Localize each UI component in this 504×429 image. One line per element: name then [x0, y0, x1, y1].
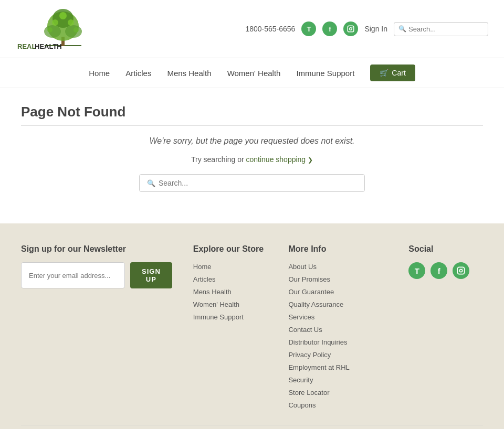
- header-search-box: 🔍: [394, 22, 488, 36]
- facebook-icon[interactable]: f: [322, 22, 337, 36]
- more-info-links: About Us Our Promises Our Guarantee Qual…: [288, 262, 387, 409]
- search-input[interactable]: [408, 25, 484, 33]
- footer-more-info-section: More Info About Us Our Promises Our Guar…: [288, 244, 387, 409]
- footer-instagram-icon[interactable]: [453, 262, 469, 279]
- footer-top: Sign up for our Newsletter SIGN UP Explo…: [21, 244, 483, 409]
- svg-rect-16: [458, 267, 465, 274]
- footer-explore-section: Explore our Store Home Articles Mens Hea…: [193, 244, 268, 409]
- explore-link-mens-health[interactable]: Mens Health: [193, 288, 232, 296]
- footer-facebook-icon[interactable]: f: [430, 262, 447, 279]
- newsletter-title: Sign up for our Newsletter: [21, 244, 172, 254]
- explore-link-articles[interactable]: Articles: [193, 275, 216, 283]
- more-info-quality-assurance[interactable]: Quality Assurance: [288, 301, 343, 308]
- more-info-employment[interactable]: Employment at RHL: [288, 363, 349, 371]
- more-info-security[interactable]: Security: [288, 376, 313, 384]
- svg-point-6: [52, 19, 58, 26]
- not-found-message: We're sorry, but the page you requested …: [21, 136, 483, 146]
- explore-link-womens-health[interactable]: Women' Health: [193, 301, 239, 308]
- search-icon: 🔍: [398, 25, 406, 33]
- main-search-icon: 🔍: [147, 179, 155, 187]
- svg-point-18: [463, 269, 463, 269]
- header-top-row: 1800-565-6656 T f Sign In 🔍: [245, 22, 488, 36]
- newsletter-email-input[interactable]: [21, 262, 125, 288]
- explore-link-immune-support[interactable]: Immune Support: [193, 313, 244, 321]
- more-info-our-guarantee[interactable]: Our Guarantee: [288, 288, 334, 296]
- svg-point-15: [352, 27, 353, 27]
- explore-title: Explore our Store: [193, 244, 268, 254]
- instagram-icon[interactable]: [343, 22, 358, 36]
- more-info-about-us[interactable]: About Us: [288, 263, 316, 271]
- signup-button[interactable]: SIGN UP: [130, 262, 172, 288]
- footer-divider: [21, 425, 483, 425]
- logo[interactable]: REAL HEALTH: [16, 5, 121, 52]
- newsletter-form: SIGN UP: [21, 262, 172, 288]
- footer-newsletter-section: Sign up for our Newsletter SIGN UP: [21, 244, 172, 409]
- more-info-coupons[interactable]: Coupons: [288, 401, 316, 409]
- explore-links: Home Articles Mens Health Women' Health …: [193, 262, 268, 321]
- more-info-title: More Info: [288, 244, 387, 254]
- explore-link-home[interactable]: Home: [193, 263, 212, 271]
- twitter-icon[interactable]: T: [301, 22, 316, 36]
- social-title: Social: [408, 244, 483, 254]
- svg-point-4: [65, 25, 82, 38]
- svg-point-3: [44, 25, 61, 38]
- nav-home[interactable]: Home: [89, 69, 110, 78]
- nav-bar: Home Articles Mens Health Women' Health …: [0, 58, 504, 88]
- sign-in-link[interactable]: Sign In: [364, 25, 387, 33]
- more-info-distributor-inquiries[interactable]: Distributor Inquiries: [288, 338, 347, 346]
- nav-articles[interactable]: Articles: [125, 69, 151, 78]
- logo-area: REAL HEALTH: [16, 5, 121, 52]
- nav-mens-health[interactable]: Mens Health: [167, 69, 211, 78]
- main-search-input[interactable]: [159, 179, 357, 187]
- svg-point-17: [460, 269, 463, 272]
- more-info-services[interactable]: Services: [288, 313, 314, 321]
- main-search-bar: 🔍: [139, 174, 365, 192]
- cart-label: Cart: [392, 69, 405, 77]
- more-info-our-promises[interactable]: Our Promises: [288, 275, 330, 283]
- footer-social-section: Social T f: [408, 244, 483, 409]
- footer-twitter-icon[interactable]: T: [408, 262, 425, 279]
- nav-womens-health[interactable]: Women' Health: [227, 69, 281, 78]
- svg-point-7: [68, 19, 74, 26]
- more-info-contact-us[interactable]: Contact Us: [288, 326, 322, 334]
- chevron-right-icon: ❯: [308, 156, 313, 164]
- svg-point-10: [74, 27, 79, 33]
- svg-text:REAL: REAL: [17, 42, 36, 50]
- svg-point-9: [47, 27, 52, 33]
- footer: Sign up for our Newsletter SIGN UP Explo…: [0, 223, 504, 429]
- nav-immune-support[interactable]: Immune Support: [296, 69, 354, 78]
- svg-point-14: [350, 28, 352, 30]
- more-info-privacy-policy[interactable]: Privacy Policy: [288, 351, 331, 359]
- cart-button[interactable]: 🛒 Cart: [370, 65, 415, 81]
- phone-number: 1800-565-6656: [245, 25, 295, 33]
- continue-shopping-link[interactable]: continue shopping: [246, 155, 306, 164]
- svg-rect-13: [348, 26, 354, 32]
- header-right: 1800-565-6656 T f Sign In 🔍: [245, 22, 488, 36]
- svg-text:HEALTH: HEALTH: [35, 42, 62, 50]
- footer-social-icons: T f: [408, 262, 483, 279]
- try-searching-text: Try searching or continue shopping ❯: [21, 155, 483, 164]
- svg-point-8: [59, 12, 67, 19]
- more-info-store-locator[interactable]: Store Locator: [288, 389, 329, 396]
- cart-icon: 🛒: [380, 69, 388, 77]
- header: REAL HEALTH 1800-565-6656 T f Sign In 🔍: [0, 0, 504, 58]
- main-content: Page Not Found We're sorry, but the page…: [0, 88, 504, 223]
- page-title: Page Not Found: [21, 104, 483, 126]
